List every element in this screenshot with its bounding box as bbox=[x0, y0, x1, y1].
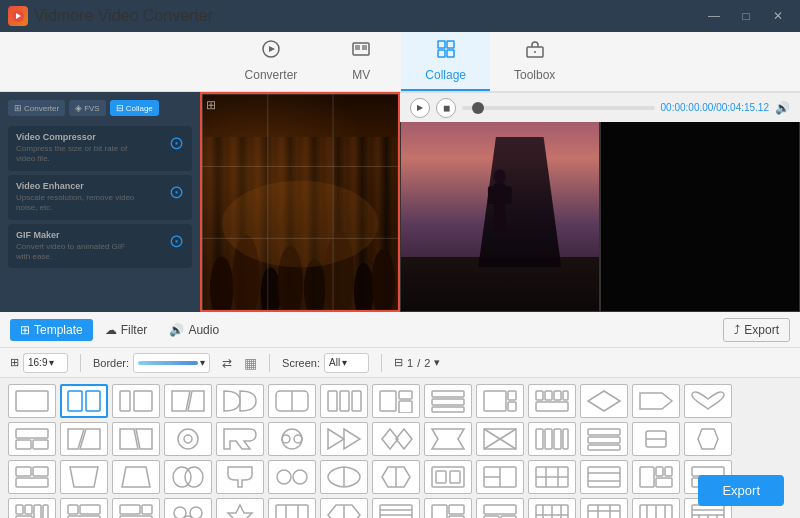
collage-cell-r4-10[interactable] bbox=[476, 498, 524, 518]
collage-cell-trapezoid-left[interactable] bbox=[164, 384, 212, 418]
collage-cell-r4-1[interactable] bbox=[8, 498, 56, 518]
svg-point-65 bbox=[282, 429, 302, 449]
volume-icon[interactable]: 🔊 bbox=[775, 101, 790, 115]
left-tab-converter[interactable]: ⊞Converter bbox=[8, 100, 65, 116]
collage-cell-r4-5[interactable] bbox=[216, 498, 264, 518]
stop-button[interactable]: ◼ bbox=[436, 98, 456, 118]
collage-cell-arrow-right[interactable] bbox=[632, 384, 680, 418]
progress-track[interactable] bbox=[462, 106, 655, 110]
collage-cell-r3-1[interactable] bbox=[8, 460, 56, 494]
svg-rect-10 bbox=[447, 50, 454, 57]
collage-cell-r3-11[interactable] bbox=[528, 460, 576, 494]
collage-cell-r2-14[interactable] bbox=[684, 422, 732, 456]
collage-cell-r4-2[interactable] bbox=[60, 498, 108, 518]
ctrl-tab-audio[interactable]: 🔊 Audio bbox=[159, 319, 229, 341]
left-tab-collage[interactable]: ⊟Collage bbox=[110, 100, 159, 116]
collage-cell-r3-7[interactable] bbox=[320, 460, 368, 494]
left-tab-fvs[interactable]: ◈FVS bbox=[69, 100, 106, 116]
minimize-button[interactable]: — bbox=[700, 6, 728, 26]
tab-collage[interactable]: Collage bbox=[401, 32, 490, 91]
collage-cell-three-stacked-right[interactable] bbox=[372, 384, 420, 418]
svg-marker-86 bbox=[70, 467, 98, 487]
collage-cell-r2-1[interactable] bbox=[8, 422, 56, 456]
collage-cell-curved[interactable] bbox=[216, 384, 264, 418]
collage-cell-r3-8[interactable] bbox=[372, 460, 420, 494]
collage-cell-r4-13[interactable] bbox=[632, 498, 680, 518]
collage-row-2 bbox=[8, 422, 792, 456]
collage-cell-r2-8[interactable] bbox=[372, 422, 420, 456]
collage-cell-r4-12[interactable] bbox=[580, 498, 628, 518]
collage-cell-l-shape[interactable] bbox=[476, 384, 524, 418]
svg-rect-80 bbox=[588, 445, 620, 450]
divider-1 bbox=[80, 354, 81, 372]
collage-cell-rounded[interactable] bbox=[268, 384, 316, 418]
gif-title: GIF Maker bbox=[16, 230, 125, 240]
collage-cell-three-equal[interactable] bbox=[320, 384, 368, 418]
svg-rect-39 bbox=[352, 391, 361, 411]
collage-cell-r2-3[interactable] bbox=[112, 422, 160, 456]
collage-cell-r4-4[interactable] bbox=[164, 498, 212, 518]
collage-cell-r3-13[interactable] bbox=[632, 460, 680, 494]
collage-cell-r2-7[interactable] bbox=[320, 422, 368, 456]
left-panel-video-compressor[interactable]: Video Compressor Compress the size or bi… bbox=[8, 126, 192, 171]
svg-rect-51 bbox=[554, 391, 561, 400]
collage-cell-r3-9[interactable] bbox=[424, 460, 472, 494]
svg-rect-110 bbox=[656, 478, 672, 487]
app-logo bbox=[8, 6, 28, 26]
left-panel-gif-maker[interactable]: GIF Maker Convert video to animated GIFw… bbox=[8, 224, 192, 269]
collage-cell-r4-11[interactable] bbox=[528, 498, 576, 518]
collage-cell-r3-10[interactable] bbox=[476, 460, 524, 494]
ctrl-tab-template[interactable]: ⊞ Template bbox=[10, 319, 93, 341]
export-header-button[interactable]: ⤴ Export bbox=[723, 318, 790, 342]
export-main-button[interactable]: Export bbox=[698, 475, 784, 506]
collage-cell-r3-6[interactable] bbox=[268, 460, 316, 494]
tab-converter[interactable]: Converter bbox=[221, 32, 322, 91]
svg-rect-116 bbox=[16, 505, 23, 514]
collage-cell-r2-9[interactable] bbox=[424, 422, 472, 456]
collage-cell-two-equal[interactable] bbox=[60, 384, 108, 418]
tab-mv[interactable]: MV bbox=[321, 32, 401, 91]
play-button[interactable]: ▶ bbox=[410, 98, 430, 118]
collage-cell-r4-3[interactable] bbox=[112, 498, 160, 518]
close-button[interactable]: ✕ bbox=[764, 6, 792, 26]
svg-rect-58 bbox=[33, 440, 48, 449]
collage-cell-r4-6[interactable] bbox=[268, 498, 316, 518]
crowd-scene: ⊞ bbox=[202, 94, 398, 310]
collage-cell-r4-7[interactable] bbox=[320, 498, 368, 518]
collage-cell-r2-12[interactable] bbox=[580, 422, 628, 456]
swap-icon[interactable]: ⇄ bbox=[222, 356, 232, 370]
screen-select[interactable]: All ▾ bbox=[324, 353, 369, 373]
svg-rect-25 bbox=[504, 186, 512, 204]
collage-cell-r2-6[interactable] bbox=[268, 422, 316, 456]
collage-cell-single[interactable] bbox=[8, 384, 56, 418]
collage-cell-diamond[interactable] bbox=[580, 384, 628, 418]
collage-cell-r4-9[interactable] bbox=[424, 498, 472, 518]
collage-cell-r2-4[interactable] bbox=[164, 422, 212, 456]
title-bar-left: Vidmore Video Converter bbox=[8, 6, 213, 26]
collage-cell-r2-13[interactable] bbox=[632, 422, 680, 456]
aspect-ratio-select[interactable]: 16:9 ▾ bbox=[23, 353, 68, 373]
collage-cell-r2-10[interactable] bbox=[476, 422, 524, 456]
collage-cell-r3-2[interactable] bbox=[60, 460, 108, 494]
collage-cell-three-rows[interactable] bbox=[424, 384, 472, 418]
tab-toolbox[interactable]: Toolbox bbox=[490, 32, 579, 91]
pattern-icon[interactable]: ▦ bbox=[244, 355, 257, 371]
left-panel-video-enhancer[interactable]: Video Enhancer Upscale resolution, remov… bbox=[8, 175, 192, 220]
collage-cell-r4-8[interactable] bbox=[372, 498, 420, 518]
collage-cell-r2-11[interactable] bbox=[528, 422, 576, 456]
border-select[interactable]: ▾ bbox=[133, 353, 210, 373]
collage-cell-r3-3[interactable] bbox=[112, 460, 160, 494]
collage-cell-two-unequal[interactable] bbox=[112, 384, 160, 418]
maximize-button[interactable]: □ bbox=[732, 6, 760, 26]
svg-rect-32 bbox=[134, 391, 152, 411]
collage-cell-r3-12[interactable] bbox=[580, 460, 628, 494]
collage-cell-heart[interactable] bbox=[684, 384, 732, 418]
gif-icon: ⊙ bbox=[169, 230, 184, 252]
collage-cell-four-equal[interactable] bbox=[528, 384, 576, 418]
progress-thumb[interactable] bbox=[472, 102, 484, 114]
collage-cell-r3-5[interactable] bbox=[216, 460, 264, 494]
collage-cell-r2-5[interactable] bbox=[216, 422, 264, 456]
collage-cell-r3-4[interactable] bbox=[164, 460, 212, 494]
collage-cell-r2-2[interactable] bbox=[60, 422, 108, 456]
ctrl-tab-filter[interactable]: ☁ Filter bbox=[95, 319, 158, 341]
